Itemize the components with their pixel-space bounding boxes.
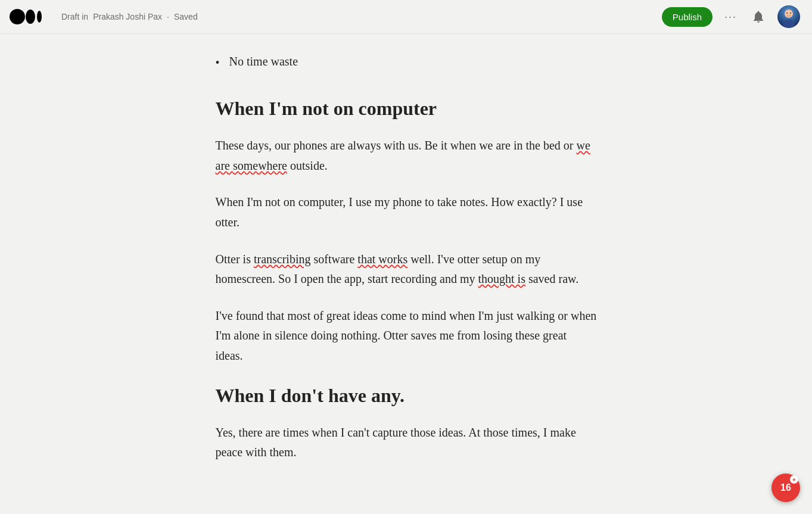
section2-block: When I don't have any. Yes, there are ti…	[216, 383, 597, 463]
three-dots-icon: ···	[724, 11, 737, 23]
notification-plus-badge: +	[790, 475, 798, 484]
avatar-image	[777, 5, 800, 28]
draft-info: Draft in Prakash Joshi Pax · Saved	[61, 12, 198, 21]
content-wrapper: • No time waste When I'm not on computer…	[204, 46, 609, 479]
svg-point-2	[37, 11, 42, 23]
notification-plus-text: +	[792, 476, 796, 483]
section1-para2: When I'm not on computer, I use my phone…	[216, 192, 597, 232]
draft-separator: ·	[167, 12, 169, 21]
notification-badge-container: 16 +	[771, 473, 800, 502]
bell-icon	[751, 10, 766, 24]
draft-label: Draft in	[61, 12, 88, 21]
squiggly-thought-is: thought is	[478, 272, 525, 285]
notification-count: 16	[780, 482, 791, 493]
saved-status: Saved	[174, 12, 198, 21]
svg-point-5	[785, 10, 793, 18]
squiggly-we-are-somewhere: we are somewhere	[216, 139, 590, 172]
svg-point-8	[790, 13, 791, 14]
section1-para1: These days, our phones are always with u…	[216, 136, 597, 176]
svg-point-7	[786, 13, 788, 14]
bullet-text: No time waste	[229, 52, 298, 71]
squiggly-that-works: that works	[357, 253, 407, 266]
svg-point-0	[10, 9, 25, 24]
section2-para1: Yes, there are times when I can't captur…	[216, 423, 597, 463]
more-options-button[interactable]: ···	[722, 8, 739, 26]
publish-button[interactable]: Publish	[662, 7, 713, 27]
notification-button[interactable]	[749, 7, 768, 26]
notification-badge[interactable]: 16 +	[771, 473, 800, 502]
section1-block: When I'm not on computer These days, our…	[216, 96, 597, 366]
navbar: Draft in Prakash Joshi Pax · Saved Publi…	[0, 0, 812, 34]
content-area: • No time waste When I'm not on computer…	[0, 34, 812, 491]
avatar[interactable]	[777, 5, 800, 28]
bullet-item: • No time waste	[216, 52, 597, 72]
section2-heading: When I don't have any.	[216, 383, 597, 409]
section1-para4: I've found that most of great ideas come…	[216, 306, 597, 366]
author-name: Prakash Joshi Pax	[93, 12, 162, 21]
medium-logo[interactable]	[10, 8, 54, 26]
squiggly-transcribing: transcribing	[254, 253, 311, 266]
section1-para3: Otter is transcribing software that work…	[216, 250, 597, 289]
bullet-dot: •	[216, 53, 220, 72]
navbar-right: Publish ···	[662, 5, 800, 28]
bullet-section: • No time waste	[216, 46, 597, 72]
svg-point-1	[26, 10, 35, 24]
section1-heading: When I'm not on computer	[216, 96, 597, 122]
navbar-left: Draft in Prakash Joshi Pax · Saved	[10, 8, 198, 26]
